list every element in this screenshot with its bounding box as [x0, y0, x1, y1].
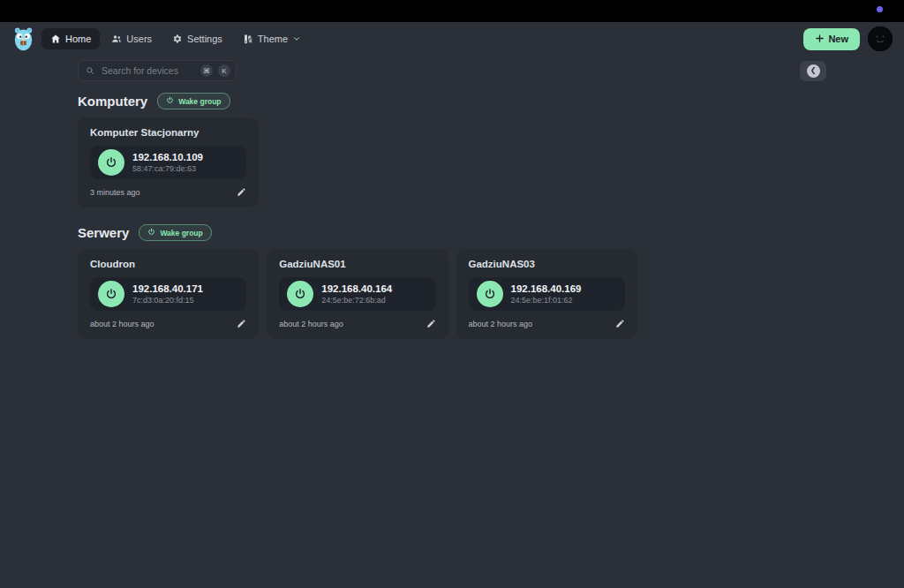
- new-button-label: New: [828, 34, 848, 44]
- wake-group-button[interactable]: Wake group: [157, 93, 230, 109]
- main-nav: Home Users Settings Theme: [41, 28, 310, 49]
- app-logo-gopher-icon: [11, 26, 35, 52]
- kbd-cmd-key: ⌘: [200, 64, 213, 77]
- new-device-button[interactable]: New: [803, 28, 860, 50]
- device-sections: Komputery Wake group Komputer Stacjonarn…: [78, 93, 826, 339]
- power-icon: [147, 228, 155, 237]
- home-icon: [50, 34, 61, 44]
- card-footer: about 2 hours ago: [469, 319, 625, 328]
- edit-device-button[interactable]: [615, 319, 625, 328]
- pencil-icon: [615, 319, 625, 328]
- device-name: GadziuNAS01: [279, 259, 435, 269]
- search-input[interactable]: [100, 64, 195, 77]
- device-addresses: 192.168.10.109 58:47:ca:79:de:63: [132, 151, 203, 174]
- device-mac: 24:5e:be:72:6b:ad: [321, 296, 392, 305]
- edit-device-button[interactable]: [426, 319, 436, 328]
- power-button[interactable]: [477, 281, 503, 307]
- edit-device-button[interactable]: [237, 319, 246, 328]
- power-button[interactable]: [98, 149, 124, 176]
- nav-item-theme[interactable]: Theme: [234, 28, 310, 49]
- last-seen: 3 minutes ago: [90, 188, 140, 197]
- plus-icon: [815, 34, 825, 45]
- nav-item-label: Settings: [187, 34, 222, 44]
- power-icon: [166, 96, 174, 106]
- sound-icon: ❮: [807, 64, 820, 78]
- wake-group-label: Wake group: [160, 229, 202, 237]
- nav-item-label: Theme: [258, 34, 288, 44]
- device-section: Komputery Wake group Komputer Stacjonarn…: [78, 93, 826, 207]
- nav-item-label: Users: [126, 34, 152, 44]
- search-box[interactable]: ⌘ K: [78, 60, 237, 81]
- pencil-icon: [237, 319, 246, 328]
- power-button[interactable]: [98, 281, 124, 307]
- main-content: ⌘ K ❮ Komputery Wake group Komputer Stac…: [78, 60, 826, 339]
- nav-item-home[interactable]: Home: [41, 28, 100, 49]
- device-name: GadziuNAS03: [469, 259, 625, 269]
- users-icon: [111, 34, 122, 44]
- section-header: Serwery Wake group: [78, 224, 826, 241]
- device-name: Cloudron: [90, 259, 246, 269]
- device-grid: Cloudron 192.168.40.171 7c:d3:0a:20:fd:1…: [78, 249, 826, 339]
- device-card: GadziuNAS01 192.168.40.164 24:5e:be:72:6…: [267, 249, 448, 339]
- device-addresses: 192.168.40.169 24:5e:be:1f:01:62: [511, 283, 582, 305]
- device-addresses: 192.168.40.171 7c:d3:0a:20:fd:15: [132, 283, 203, 305]
- theme-icon: [243, 34, 253, 44]
- navbar: Home Users Settings Theme: [0, 22, 904, 56]
- device-ip: 192.168.10.109: [132, 151, 203, 163]
- section-title: Komputery: [78, 94, 147, 109]
- user-avatar[interactable]: [868, 26, 893, 51]
- device-section: Serwery Wake group Cloudron 192.168.40.1…: [78, 224, 826, 339]
- app-frame: Home Users Settings Theme: [0, 22, 904, 588]
- wake-group-label: Wake group: [178, 97, 221, 106]
- device-mac: 7c:d3:0a:20:fd:15: [132, 296, 203, 305]
- device-card: Komputer Stacjonarny 192.168.10.109 58:4…: [78, 117, 259, 207]
- device-ip: 192.168.40.164: [321, 283, 392, 295]
- device-mac: 58:47:ca:79:de:63: [132, 164, 203, 174]
- device-ip: 192.168.40.169: [511, 283, 582, 295]
- nav-item-users[interactable]: Users: [102, 28, 161, 49]
- search-icon: [86, 63, 94, 79]
- wake-group-button[interactable]: Wake group: [139, 224, 211, 241]
- card-footer: about 2 hours ago: [90, 319, 246, 328]
- navbar-right: New: [803, 26, 893, 51]
- notification-dot: [877, 6, 883, 12]
- device-network-box: 192.168.40.164 24:5e:be:72:6b:ad: [279, 277, 435, 311]
- window-top-strip: [0, 0, 904, 22]
- device-grid: Komputer Stacjonarny 192.168.10.109 58:4…: [78, 117, 826, 207]
- last-seen: about 2 hours ago: [469, 320, 533, 328]
- card-footer: 3 minutes ago: [90, 187, 246, 197]
- search-row: ⌘ K ❮: [78, 60, 826, 81]
- sound-toggle-button[interactable]: ❮: [800, 61, 826, 81]
- device-name: Komputer Stacjonarny: [90, 127, 246, 138]
- pencil-icon: [426, 319, 436, 328]
- pencil-icon: [237, 187, 246, 197]
- last-seen: about 2 hours ago: [279, 320, 343, 328]
- device-network-box: 192.168.10.109 58:47:ca:79:de:63: [90, 146, 246, 179]
- edit-device-button[interactable]: [237, 187, 246, 197]
- last-seen: about 2 hours ago: [90, 320, 154, 328]
- nav-item-settings[interactable]: Settings: [163, 28, 231, 49]
- kbd-k-key: K: [218, 64, 230, 77]
- device-network-box: 192.168.40.169 24:5e:be:1f:01:62: [469, 277, 625, 311]
- nav-item-label: Home: [65, 34, 91, 44]
- power-button[interactable]: [287, 281, 313, 307]
- device-network-box: 192.168.40.171 7c:d3:0a:20:fd:15: [90, 277, 246, 311]
- device-card: GadziuNAS03 192.168.40.169 24:5e:be:1f:0…: [456, 249, 637, 339]
- card-footer: about 2 hours ago: [279, 319, 435, 328]
- device-ip: 192.168.40.171: [132, 283, 203, 295]
- device-mac: 24:5e:be:1f:01:62: [511, 296, 582, 305]
- device-card: Cloudron 192.168.40.171 7c:d3:0a:20:fd:1…: [78, 249, 259, 339]
- gear-icon: [172, 34, 183, 44]
- device-addresses: 192.168.40.164 24:5e:be:72:6b:ad: [321, 283, 392, 305]
- chevron-down-icon: [292, 34, 301, 43]
- section-header: Komputery Wake group: [78, 93, 826, 109]
- section-title: Serwery: [78, 225, 129, 240]
